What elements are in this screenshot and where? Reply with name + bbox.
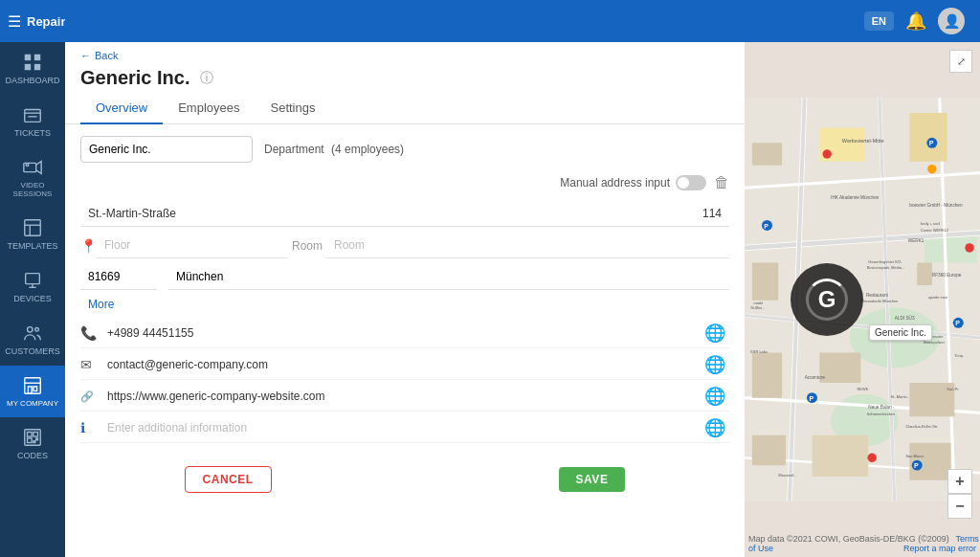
svg-text:Gewerbegebiet IVG: Gewerbegebiet IVG <box>868 259 901 264</box>
svg-text:body + soul: body + soul <box>921 221 940 226</box>
menu-icon[interactable]: ☰ <box>8 12 21 31</box>
email-icon: ✉ <box>80 357 103 372</box>
svg-text:San Marco: San Marco <box>905 454 924 458</box>
svg-text:upside east: upside east <box>928 295 948 300</box>
zip-input[interactable] <box>80 264 157 290</box>
phone-icon: 📞 <box>80 325 103 341</box>
phone-globe-icon[interactable]: 🌐 <box>701 321 729 345</box>
sidebar-item-codes[interactable]: CODES <box>0 417 65 470</box>
tab-employees[interactable]: Employees <box>163 93 255 124</box>
sidebar-item-mycompany[interactable]: MY COMPANY <box>0 366 65 417</box>
page-title: Generic Inc. <box>80 67 190 89</box>
language-button[interactable]: EN <box>864 11 894 31</box>
cancel-button[interactable]: CANCEL <box>185 466 272 493</box>
website-input[interactable] <box>103 385 701 408</box>
svg-rect-45 <box>909 113 947 162</box>
svg-rect-43 <box>752 143 782 166</box>
form-body: Department (4 employees) Manual address … <box>65 124 745 547</box>
svg-text:Schwimmbecken: Schwimmbecken <box>867 412 896 416</box>
floor-room-row: 📍 Room <box>80 233 729 258</box>
codes-icon <box>22 427 43 448</box>
sidebar-label-dashboard: DASHBOARD <box>5 76 59 85</box>
top-bar: EN 🔔 👤 <box>65 0 980 42</box>
delete-address-icon[interactable]: 🗑 <box>714 174 729 191</box>
city-row <box>80 264 729 290</box>
svg-text:Restaurant: Restaurant <box>866 293 889 298</box>
svg-point-64 <box>822 149 831 158</box>
svg-text:markt: markt <box>753 301 764 305</box>
sidebar-item-tickets[interactable]: TICKETS <box>0 95 65 147</box>
company-icon <box>22 375 43 396</box>
floor-input[interactable] <box>97 233 288 258</box>
sidebar-item-devices[interactable]: DEVICES <box>0 260 65 313</box>
email-row: ✉ 🌐 <box>80 352 729 380</box>
svg-text:P: P <box>764 223 768 230</box>
back-link[interactable]: ← Back <box>65 42 745 63</box>
street-input[interactable] <box>80 201 653 227</box>
main-content: EN 🔔 👤 ← Back Generic Inc. ⓘ Overview Em… <box>65 0 980 557</box>
user-avatar[interactable]: 👤 <box>938 8 965 34</box>
info-circle-icon: ℹ <box>80 420 103 435</box>
loading-spinner: G <box>789 261 865 338</box>
save-button[interactable]: SAVE <box>559 467 626 492</box>
department-label: Department (4 employees) <box>264 143 404 156</box>
manual-address-toggle[interactable] <box>676 175 706 190</box>
svg-text:IHK Akademie München: IHK Akademie München <box>831 195 880 200</box>
grid-icon <box>22 52 43 73</box>
city-input[interactable] <box>168 264 729 290</box>
email-input[interactable] <box>103 353 701 376</box>
svg-text:Thessaloniki München: Thessaloniki München <box>860 299 898 303</box>
svg-point-65 <box>965 243 973 252</box>
additional-globe-icon[interactable]: 🌐 <box>701 415 729 440</box>
svg-rect-26 <box>36 438 38 440</box>
svg-rect-17 <box>25 378 41 394</box>
svg-rect-51 <box>752 435 786 465</box>
app-logo: RepairCode <box>27 14 65 29</box>
svg-text:Wunsiedl...: Wunsiedl... <box>778 473 796 478</box>
svg-text:P: P <box>955 320 960 326</box>
map-zoom-controls: + − <box>947 469 972 519</box>
svg-text:Tierp.: Tierp. <box>954 353 964 358</box>
svg-text:boesner GmbH - München: boesner GmbH - München <box>909 203 963 208</box>
sidebar-item-templates[interactable]: TEMPLATES <box>0 208 65 260</box>
svg-point-66 <box>867 454 876 462</box>
address-toggle-row: Manual address input 🗑 <box>80 174 729 191</box>
sidebar-label-customers: CUSTOMERS <box>5 346 59 356</box>
back-text: Back <box>95 50 118 61</box>
content-area: ← Back Generic Inc. ⓘ Overview Employees… <box>65 42 980 557</box>
action-row: CANCEL SAVE <box>80 447 729 502</box>
street-number-input[interactable] <box>653 201 729 227</box>
customers-icon <box>22 323 43 344</box>
manual-address-label: Manual address input <box>560 176 670 189</box>
company-name-input[interactable] <box>80 136 253 163</box>
zoom-in-button[interactable]: + <box>947 469 972 494</box>
room-label: Room <box>288 239 326 253</box>
info-icon[interactable]: ⓘ <box>200 70 213 87</box>
svg-point-67 <box>927 165 936 173</box>
additional-info-input[interactable] <box>103 416 701 439</box>
report-map-link[interactable]: Report a map error <box>903 544 976 553</box>
sidebar-item-video[interactable]: VIDEO SESSIONS <box>0 147 65 208</box>
svg-text:P: P <box>929 140 934 146</box>
svg-point-15 <box>28 327 33 333</box>
svg-text:Werksviertel-Mitte: Werksviertel-Mitte <box>842 138 884 144</box>
map-panel: P P P P P Werksviertel-Mitte IHK Akademi… <box>745 42 980 557</box>
svg-point-16 <box>35 328 39 332</box>
room-input[interactable] <box>326 233 729 258</box>
tab-settings[interactable]: Settings <box>256 93 331 124</box>
svg-rect-2 <box>25 64 31 70</box>
notification-icon[interactable]: 🔔 <box>905 11 926 32</box>
more-link[interactable]: More <box>80 296 122 313</box>
svg-text:RF360 Europe: RF360 Europe <box>932 273 962 278</box>
svg-rect-0 <box>25 55 31 60</box>
zoom-out-button[interactable]: − <box>947 494 972 519</box>
sidebar-item-dashboard[interactable]: DASHBOARD <box>0 42 65 95</box>
email-globe-icon[interactable]: 🌐 <box>701 352 729 377</box>
phone-input[interactable] <box>103 322 701 345</box>
website-globe-icon[interactable]: 🌐 <box>701 384 729 409</box>
svg-text:Claudius-Keller-Str.: Claudius-Keller-Str. <box>905 424 938 429</box>
company-dept-row: Department (4 employees) <box>80 136 729 163</box>
tab-overview[interactable]: Overview <box>80 93 163 124</box>
sidebar-item-customers[interactable]: CUSTOMERS <box>0 313 65 366</box>
map-expand-button[interactable]: ⤢ <box>949 50 972 73</box>
